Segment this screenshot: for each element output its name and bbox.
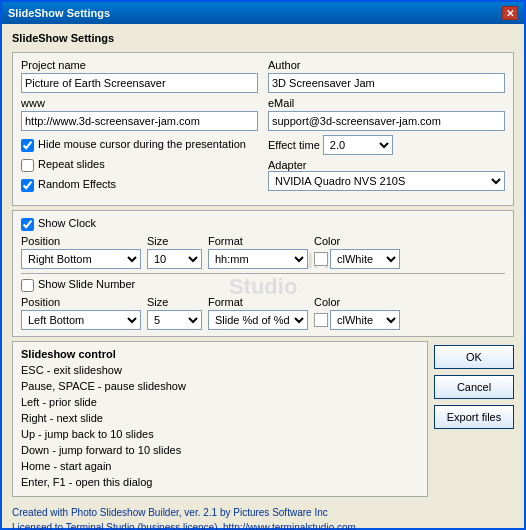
author-input[interactable] [268,73,505,93]
slide-controls-row: Position Left Bottom Right Bottom Right … [21,296,505,330]
footer: Created with Photo Slideshow Builder, ve… [12,505,514,530]
repeat-slides-checkbox[interactable] [21,159,34,172]
slide-color-col: Color clWhite clBlack [314,296,400,330]
clock-position-col: Position Right Bottom Left Bottom Right … [21,235,141,269]
slide-size-label: Size [147,296,202,308]
control-line-1: ESC - exit slideshow [21,362,419,378]
slide-format-col: Format Slide %d of %d %d / %d [208,296,308,330]
clock-color-label: Color [314,235,400,247]
email-col: eMail [268,97,505,131]
adapter-select[interactable]: NVIDIA Quadro NVS 210S [268,171,505,191]
clock-color-select[interactable]: clWhite clBlack [330,249,400,269]
www-col: www [21,97,258,131]
author-label: Author [268,59,505,71]
clock-controls-row: Position Right Bottom Left Bottom Right … [21,235,505,269]
slide-position-label: Position [21,296,141,308]
clock-color-col: Color clWhite clBlack [314,235,400,269]
footer-line-2: Licensed to Terminal Studio (business li… [12,520,514,530]
footer-line-1: Created with Photo Slideshow Builder, ve… [12,505,514,520]
www-label: www [21,97,258,109]
buttons-col: OK Cancel Export files [434,341,514,497]
control-line-4: Right - next slide [21,410,419,426]
author-col: Author [268,59,505,93]
control-line-8: Enter, F1 - open this dialog [21,474,419,490]
clock-format-label: Format [208,235,308,247]
www-email-row: www eMail [21,97,505,131]
control-line-6: Down - jump forward to 10 slides [21,442,419,458]
control-title: Slideshow control [21,348,419,360]
effect-adapter-col: Effect time 2.0 1.0 3.0 Adapter NVIDIA Q… [268,135,505,195]
slide-size-select[interactable]: 5 8 10 12 [147,310,202,330]
show-clock-checkbox[interactable] [21,218,34,231]
slide-color-box [314,313,328,327]
main-window: SlideShow Settings ✕ SlideShow Settings … [0,0,526,530]
project-name-col: Project name [21,59,258,93]
email-label: eMail [268,97,505,109]
ok-button[interactable]: OK [434,345,514,369]
show-slide-header: Show Slide Number [21,278,505,292]
slideshow-control-box: Slideshow control ESC - exit slideshow P… [12,341,428,497]
project-name-label: Project name [21,59,258,71]
effect-time-label: Effect time [268,139,320,151]
hide-mouse-label: Hide mouse cursor during the presentatio… [38,138,246,150]
clock-size-select[interactable]: 10 5 8 12 [147,249,202,269]
checkboxes-row: Hide mouse cursor during the presentatio… [21,135,505,195]
close-button[interactable]: ✕ [502,6,518,20]
clock-size-label: Size [147,235,202,247]
control-line-2: Pause, SPACE - pause slideshow [21,378,419,394]
clock-color-box [314,252,328,266]
clock-color-wrap: clWhite clBlack [314,249,400,269]
project-name-input[interactable] [21,73,258,93]
slide-position-col: Position Left Bottom Right Bottom Right … [21,296,141,330]
title-bar-text: SlideShow Settings [8,7,110,19]
random-effects-checkbox[interactable] [21,179,34,192]
effect-time-select[interactable]: 2.0 1.0 3.0 [323,135,393,155]
control-line-7: Home - start again [21,458,419,474]
clock-section: TERMINALStudio Show Clock Position Right… [12,210,514,337]
clock-position-select[interactable]: Right Bottom Left Bottom Right Top Left … [21,249,141,269]
clock-size-col: Size 10 5 8 12 [147,235,202,269]
slide-color-label: Color [314,296,400,308]
clock-format-select[interactable]: hh:mm hh:mm:ss [208,249,308,269]
cancel-button[interactable]: Cancel [434,375,514,399]
clock-position-label: Position [21,235,141,247]
slide-size-col: Size 5 8 10 12 [147,296,202,330]
slide-format-label: Format [208,296,308,308]
control-text: ESC - exit slideshow Pause, SPACE - paus… [21,362,419,490]
slide-color-wrap: clWhite clBlack [314,310,400,330]
random-effects-row: Random Effects [21,178,258,192]
email-input[interactable] [268,111,505,131]
bottom-section: Slideshow control ESC - exit slideshow P… [12,341,514,497]
repeat-slides-row: Repeat slides [21,158,258,172]
show-slide-label: Show Slide Number [38,278,135,290]
settings-group: Project name Author www eMail [12,52,514,206]
slide-format-select[interactable]: Slide %d of %d %d / %d [208,310,308,330]
project-author-row: Project name Author [21,59,505,93]
control-line-3: Left - prior slide [21,394,419,410]
www-input[interactable] [21,111,258,131]
clock-content: Show Clock Position Right Bottom Left Bo… [21,217,505,330]
control-line-5: Up - jump back to 10 slides [21,426,419,442]
clock-format-col: Format hh:mm hh:mm:ss [208,235,308,269]
repeat-slides-label: Repeat slides [38,158,105,170]
export-button[interactable]: Export files [434,405,514,429]
content-area: SlideShow Settings Project name Author w… [2,24,524,530]
slide-position-select[interactable]: Left Bottom Right Bottom Right Top Left … [21,310,141,330]
hide-mouse-row: Hide mouse cursor during the presentatio… [21,138,258,152]
show-clock-label: Show Clock [38,217,96,229]
show-slide-checkbox[interactable] [21,279,34,292]
random-effects-label: Random Effects [38,178,116,190]
section-title: SlideShow Settings [12,32,514,44]
title-bar: SlideShow Settings ✕ [2,2,524,24]
adapter-label: Adapter [268,159,307,171]
hide-mouse-checkbox[interactable] [21,139,34,152]
checkboxes-col: Hide mouse cursor during the presentatio… [21,135,258,195]
slide-color-select[interactable]: clWhite clBlack [330,310,400,330]
show-clock-header: Show Clock [21,217,505,231]
